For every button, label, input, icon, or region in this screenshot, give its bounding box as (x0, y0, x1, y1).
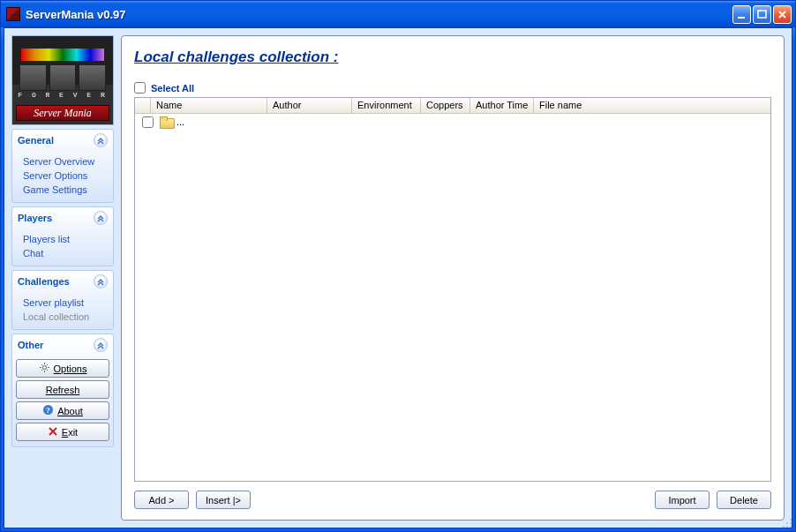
nav-server-playlist[interactable]: Server playlist (23, 296, 111, 310)
nav-chat[interactable]: Chat (23, 246, 111, 260)
nav-server-overview[interactable]: Server Overview (23, 154, 111, 169)
app-icon (6, 7, 20, 21)
insert-button[interactable]: Insert |> (196, 491, 251, 509)
maximize-button[interactable] (753, 5, 771, 24)
section-general-header[interactable]: General (12, 130, 113, 151)
col-file-name[interactable]: File name (534, 98, 758, 113)
nav-server-options[interactable]: Server Options (23, 169, 111, 183)
logo-forever-text: F O R E V E R (12, 91, 113, 99)
folder-icon (160, 116, 173, 127)
row-checkbox[interactable] (142, 116, 154, 128)
nav-game-settings[interactable]: Game Settings (23, 183, 111, 197)
resize-grip[interactable] (780, 516, 792, 528)
title-bar: ServerMania v0.97 (1, 1, 795, 27)
add-button[interactable]: Add > (134, 491, 189, 509)
challenge-list: Name Author Environment Coppers Author T… (134, 97, 771, 482)
refresh-button[interactable]: Refresh (16, 380, 109, 399)
section-title: General (18, 135, 94, 146)
close-icon (48, 426, 58, 438)
select-all-checkbox[interactable] (134, 82, 146, 94)
nav-players-list[interactable]: Players list (23, 232, 111, 246)
chevron-up-icon (94, 274, 108, 288)
button-label: Options (54, 363, 87, 374)
button-bar: Add > Insert |> Import Delete (134, 491, 771, 509)
select-all-label: Select All (151, 83, 194, 94)
section-other-header[interactable]: Other (12, 334, 113, 356)
section-players-header[interactable]: Players (12, 207, 113, 229)
close-button[interactable] (773, 5, 792, 24)
col-tail[interactable] (758, 98, 770, 113)
section-challenges: Challenges Server playlist Local collect… (11, 270, 114, 330)
svg-point-2 (42, 366, 46, 370)
col-name[interactable]: Name (151, 98, 267, 113)
section-title: Players (18, 213, 94, 223)
window-title: ServerMania v0.97 (26, 8, 732, 21)
col-environment[interactable]: Environment (352, 98, 421, 113)
svg-text:?: ? (46, 406, 50, 415)
svg-point-8 (783, 526, 785, 528)
svg-point-6 (786, 522, 788, 524)
svg-point-10 (790, 526, 792, 528)
app-logo: F O R E V E R Server Mania (11, 35, 114, 125)
button-label: Refresh (46, 385, 80, 395)
gear-icon (39, 362, 50, 375)
svg-point-7 (790, 522, 792, 524)
about-button[interactable]: ? About (16, 401, 109, 420)
col-checkbox[interactable] (135, 98, 151, 113)
main-panel: Local challenges collection : Select All… (121, 35, 785, 521)
list-header: Name Author Environment Coppers Author T… (135, 98, 770, 114)
import-button[interactable]: Import (655, 491, 710, 509)
minimize-button[interactable] (732, 5, 751, 24)
chevron-up-icon (94, 211, 108, 225)
button-label: Exit (62, 427, 78, 438)
col-author-time[interactable]: Author Time (470, 98, 534, 113)
col-author[interactable]: Author (267, 98, 352, 113)
nav-local-collection[interactable]: Local collection (23, 310, 111, 324)
section-title: Challenges (18, 276, 94, 287)
delete-button[interactable]: Delete (717, 491, 771, 509)
section-title: Other (18, 340, 94, 350)
exit-button[interactable]: Exit (16, 423, 109, 441)
col-coppers[interactable]: Coppers (421, 98, 470, 113)
button-label: About (57, 406, 83, 416)
svg-rect-1 (758, 11, 766, 18)
section-general: General Server Overview Server Options G… (11, 129, 114, 203)
chevron-up-icon (94, 338, 108, 352)
row-name: ... (176, 116, 184, 127)
section-other: Other Options Refresh ? About (11, 333, 114, 447)
section-players: Players Players list Chat (11, 206, 114, 266)
logo-brand-text: Server Mania (16, 105, 109, 121)
svg-point-5 (790, 519, 792, 521)
options-button[interactable]: Options (16, 359, 109, 378)
svg-point-9 (786, 526, 788, 528)
sidebar: F O R E V E R Server Mania General Serve… (11, 35, 114, 521)
svg-rect-0 (738, 17, 745, 19)
chevron-up-icon (94, 133, 108, 147)
section-challenges-header[interactable]: Challenges (12, 271, 113, 292)
help-icon: ? (42, 404, 54, 417)
list-row[interactable]: ... (135, 114, 770, 130)
page-title: Local challenges collection : (134, 49, 771, 66)
